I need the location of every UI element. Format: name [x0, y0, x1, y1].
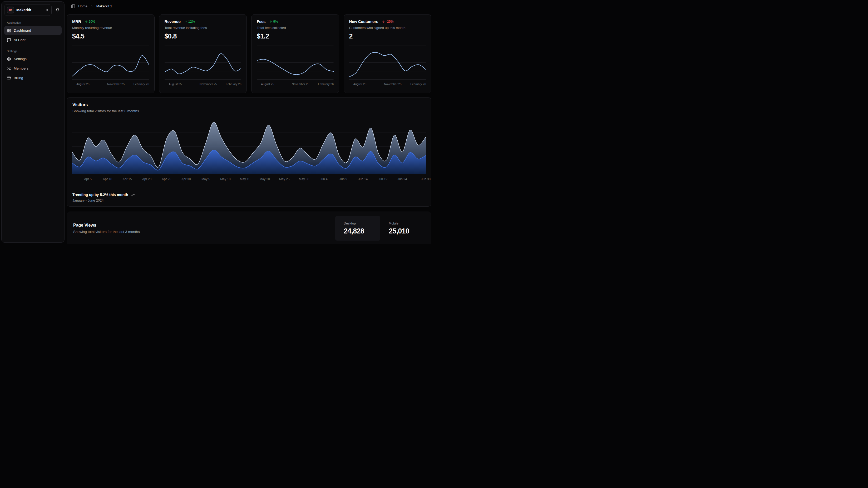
bell-icon [55, 8, 60, 12]
visitors-tick-label: Jun 14 [358, 177, 368, 181]
revenue-sparkline [164, 46, 242, 80]
visitors-tick-label: May 10 [220, 177, 230, 181]
stat-card-value: $0.8 [164, 32, 242, 40]
visitors-tick-label: Apr 15 [122, 177, 132, 181]
sparkline-x-axis: August 25November 25February 26 [257, 83, 334, 86]
sidebar-item-settings[interactable]: Settings [4, 55, 62, 63]
stat-card-subtitle: Monthly recurring revenue [72, 26, 149, 30]
panel-left-icon [71, 4, 75, 8]
sidebar: m Makerkit ApplicationDashboardAI ChatSe… [1, 1, 64, 243]
spark-tick-label: November 25 [384, 83, 402, 86]
stat-card-value: 2 [349, 32, 426, 40]
stat-card-value: $4.5 [72, 32, 149, 40]
sparkline-chart [349, 46, 426, 80]
credit-card-icon [7, 76, 11, 80]
sidebar-item-label: Settings [14, 57, 27, 61]
visitors-title: Visitors [72, 103, 426, 107]
mrr-sparkline [72, 46, 149, 80]
notifications-button[interactable] [53, 6, 62, 14]
visitors-tick-label: Jun 30 [421, 177, 431, 181]
breadcrumb-home-link[interactable]: Home [78, 4, 87, 8]
new-customers-sparkline [349, 46, 426, 80]
visitors-tick-label: Apr 20 [142, 177, 151, 181]
svg-text:m: m [9, 8, 12, 12]
stat-delta-badge: 20% [85, 20, 95, 24]
chevrons-up-down-icon [45, 8, 49, 12]
sparkline-chart [72, 46, 149, 80]
sidebar-item-dashboard[interactable]: Dashboard [4, 26, 62, 35]
sparkline-chart [164, 46, 242, 80]
trending-up-icon [131, 193, 134, 197]
visitors-subtitle: Showing total visitors for the last 6 mo… [72, 109, 426, 113]
stat-delta-value: 9% [273, 20, 278, 24]
spark-tick-label: August 25 [353, 83, 367, 86]
sidebar-nav: ApplicationDashboardAI ChatSettingsSetti… [4, 21, 62, 82]
sidebar-item-members[interactable]: Members [4, 64, 62, 73]
sidebar-item-ai-chat[interactable]: AI Chat [4, 35, 62, 44]
visitors-tick-label: May 5 [202, 177, 210, 181]
page-views-card: Page Views Showing total visitors for th… [67, 211, 431, 244]
stat-card-title: Revenue [164, 19, 181, 24]
spark-tick-label: August 25 [76, 83, 90, 86]
page-views-toggle-desktop[interactable]: Desktop24,828 [335, 216, 380, 240]
spark-tick-label: August 25 [169, 83, 182, 86]
spark-tick-label: February 26 [318, 83, 334, 86]
visitors-tick-label: Apr 5 [84, 177, 92, 181]
spark-tick-label: February 26 [410, 83, 426, 86]
stat-delta-badge: 9% [269, 20, 278, 24]
stat-card-subtitle: Customers who signed up this month [349, 26, 426, 30]
visitors-area-chart [72, 119, 426, 174]
visitors-period-text: January - June 2024 [72, 198, 426, 202]
visitors-tick-label: May 20 [259, 177, 270, 181]
sidebar-item-label: Dashboard [14, 28, 31, 32]
spark-tick-label: November 25 [292, 83, 309, 86]
arrow-up-icon [269, 20, 272, 23]
page-views-toggle-mobile[interactable]: Mobile25,010 [380, 216, 425, 240]
stat-card-mrr: MRR20%Monthly recurring revenue$4.5Augus… [67, 14, 155, 93]
workspace-name: Makerkit [16, 8, 43, 12]
visitors-card: Visitors Showing total visitors for the … [67, 97, 431, 207]
stat-card-title: New Customers [349, 19, 378, 24]
sparkline-chart [257, 46, 334, 80]
sidebar-item-label: AI Chat [14, 38, 26, 42]
spark-tick-label: August 25 [261, 83, 274, 86]
gear-icon [7, 57, 11, 61]
arrow-down-icon [382, 20, 385, 23]
sidebar-item-billing[interactable]: Billing [4, 74, 62, 82]
users-icon [7, 66, 11, 70]
stat-card-revenue: Revenue12%Total revenue including fees$0… [159, 14, 247, 93]
arrow-up-icon [85, 20, 88, 23]
stat-delta-value: 20% [89, 20, 95, 24]
stat-delta-value: -25% [386, 20, 394, 24]
spark-tick-label: February 26 [133, 83, 149, 86]
workspace-selector[interactable]: m Makerkit [4, 4, 52, 16]
visitors-tick-label: Apr 30 [181, 177, 191, 181]
page-views-toggle-value: 25,010 [389, 227, 409, 235]
visitors-card-footer: Trending up by 5.2% this month January -… [67, 189, 431, 206]
stat-delta-badge: 12% [184, 20, 195, 24]
spark-tick-label: November 25 [199, 83, 217, 86]
makerkit-logo-glyph: m [8, 8, 13, 12]
breadcrumb-current: Makerkit 1 [96, 4, 112, 8]
nav-section-label-settings: Settings [4, 50, 62, 53]
stat-card-title: MRR [72, 19, 81, 24]
visitors-tick-label: Jun 9 [339, 177, 347, 181]
stat-card-fees: Fees9%Total fees collected$1.2August 25N… [251, 14, 339, 93]
stat-cards-row: MRR20%Monthly recurring revenue$4.5Augus… [67, 14, 431, 93]
sidebar-item-label: Members [14, 66, 28, 70]
visitors-tick-label: May 25 [279, 177, 289, 181]
spark-tick-label: February 26 [226, 83, 241, 86]
makerkit-logo: m [7, 7, 14, 13]
panel-left-icon [71, 4, 75, 8]
sidebar-toggle-button[interactable] [71, 4, 75, 8]
bell-icon [55, 8, 60, 12]
spark-tick-label: November 25 [107, 83, 125, 86]
visitors-chart-svg [72, 119, 426, 174]
visitors-tick-label: Apr 25 [162, 177, 171, 181]
nav-section-label-application: Application [4, 21, 62, 24]
chevron-right-icon [90, 5, 93, 8]
page-views-toggles: Desktop24,828Mobile25,010 [335, 216, 425, 240]
chat-icon [7, 38, 11, 42]
visitors-tick-label: May 15 [240, 177, 250, 181]
stat-delta-value: 12% [188, 20, 195, 24]
